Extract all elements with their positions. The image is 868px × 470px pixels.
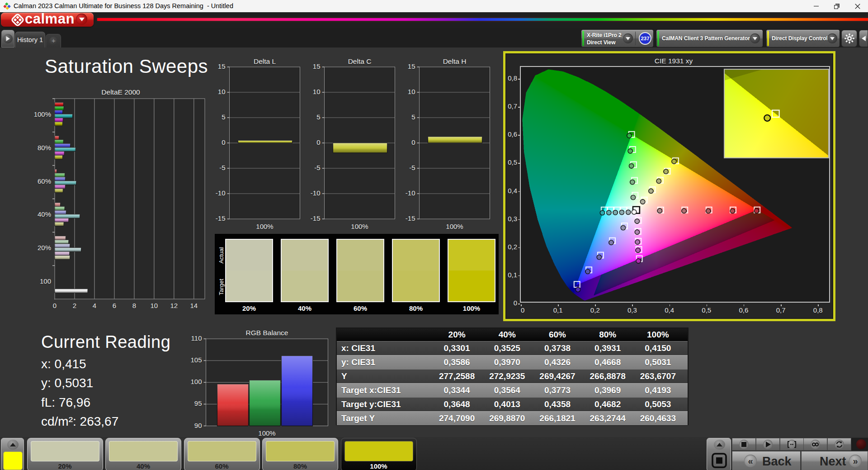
tick-label: -15 [406,214,415,222]
reading-line: fL: 76,96 [41,395,170,410]
tick-label: -15 [311,214,321,222]
tick-label: 100% [34,110,51,118]
main-content: Saturation Sweeps 20%40%60%80%100%Actual… [0,47,868,437]
table-cell: 0,3970 [482,355,532,369]
actual-target-swatch-strip: 20%40%60%80%100%ActualTarget [215,234,499,314]
chevron-down-icon[interactable] [623,33,633,43]
tick-label: 95 [194,399,202,407]
record-indicator[interactable] [856,439,866,449]
current-reading-block: Current Reading x: 0,415y: 0,5031fL: 76,… [41,332,170,429]
table-row: y: CIE310,35860,39700,43260,46680,5031 [337,355,688,369]
tick-label: 0,6 [508,130,517,138]
table-cell: 269,4267 [532,369,582,383]
tick-label: 5 [316,113,320,121]
app-icon [3,2,11,10]
next-button[interactable]: Next » [801,451,868,470]
close-button[interactable] [847,0,868,12]
calman-menu-button[interactable]: calman [1,13,94,27]
tick-label: 0 [53,302,57,309]
patch-button-40%[interactable]: 40% [105,438,181,470]
tab-scroll-button[interactable] [1,30,14,47]
tick-label: 8 [132,302,136,309]
play-button[interactable] [756,438,780,451]
table-cell: 0,3586 [432,355,482,369]
tick-label: 2 [73,302,76,309]
table-col-header: 20% [432,328,482,341]
pattern-window-icon [787,440,797,449]
swatch-label: 20% [225,304,273,312]
tab-bar: History 1 + X-Rite i1Pro 2 Direct View 2… [0,28,868,47]
brand-dropdown-icon[interactable] [76,14,87,25]
actual-swatch [226,240,272,271]
table-row: Target x:CIE310,33440,35640,37730,39690,… [337,383,688,397]
tick-label: 15 [218,62,226,70]
table-cell: 0,3301 [432,341,482,355]
patch-size-icon [711,452,727,469]
back-button[interactable]: « Back [732,451,801,470]
meter-count-badge[interactable]: 237 [639,32,651,45]
transport-expand-button[interactable] [714,440,725,450]
pattern-generator-dropdown[interactable]: CalMAN Client 3 Pattern Generator [656,30,763,47]
play-icon [763,440,773,449]
table-cell: 0,3344 [432,383,482,397]
tick-label: 10 [408,88,415,95]
tick-label: 0,1 [553,306,563,314]
collapse-panel-button[interactable] [859,30,868,47]
gear-icon [844,33,854,43]
tick-label: 15 [313,62,321,70]
stop-button[interactable] [732,438,756,451]
table-row: Target Y274,7090269,8870266,1821263,2744… [337,411,688,425]
tick-label: 0,4 [508,187,517,195]
chevron-down-icon[interactable] [827,33,837,43]
table-cell: 0,4668 [583,355,633,369]
table-cell: 266,8878 [583,369,633,383]
maximize-button[interactable] [826,0,847,12]
tick-label: 0 [514,299,517,307]
patch-label: 100% [341,462,416,470]
tick-label: -5 [409,164,415,171]
table-row: Target y:CIE310,36480,40130,43580,46820,… [337,397,688,411]
infinity-button[interactable] [803,438,827,451]
current-reading-title: Current Reading [41,332,170,352]
tick-label: 100 [40,277,51,285]
tick-label: 110 [191,334,202,342]
actual-row-label: Actual [218,243,225,268]
patch-swatch [266,441,335,461]
chart-title: RGB Balance [246,329,288,337]
current-patch-swatch [3,451,23,470]
target-swatch [282,271,328,301]
tab-history-1[interactable]: History 1 [15,32,45,47]
table-row: Y277,2588272,9235269,4267266,8878263,670… [337,369,688,383]
patch-button-60%[interactable]: 60% [184,438,260,470]
patch-button-80%[interactable]: 80% [262,438,338,470]
chevron-down-icon[interactable] [750,33,760,43]
table-cell: 274,7090 [432,411,482,425]
add-tab-button[interactable]: + [46,34,61,47]
table-col-header: 80% [583,328,633,341]
swatch-60% [336,239,384,302]
table-cell: 0,4193 [633,383,683,397]
calman-logo-icon [11,14,24,26]
repeat-button[interactable] [827,438,851,451]
patch-button-100%[interactable]: 100% [341,438,417,470]
session-zone [851,438,868,451]
chevrons-right-icon: » [849,455,862,467]
arrow-up-icon [717,443,722,446]
table-cell: 263,6707 [633,369,683,383]
minimize-button[interactable] [806,0,826,12]
settings-button[interactable] [841,30,857,47]
patch-size-button[interactable] [711,451,728,470]
patch-panel-expand-button[interactable] [7,440,19,450]
patch-button-20%[interactable]: 20% [27,438,103,470]
tick-label: 0,4 [665,306,674,314]
table-cell: 0,4150 [633,341,683,355]
tick-label: 0,3 [627,306,637,314]
pattern-window-button[interactable] [780,438,804,451]
patch-swatch [188,441,256,461]
target-swatch [226,271,272,301]
swatch-40% [281,239,329,302]
tick-label: -10 [311,189,321,197]
patch-swatch [109,441,178,461]
table-cell: 0,3773 [532,383,582,397]
display-control-dropdown[interactable]: Direct Display Control [766,30,840,47]
